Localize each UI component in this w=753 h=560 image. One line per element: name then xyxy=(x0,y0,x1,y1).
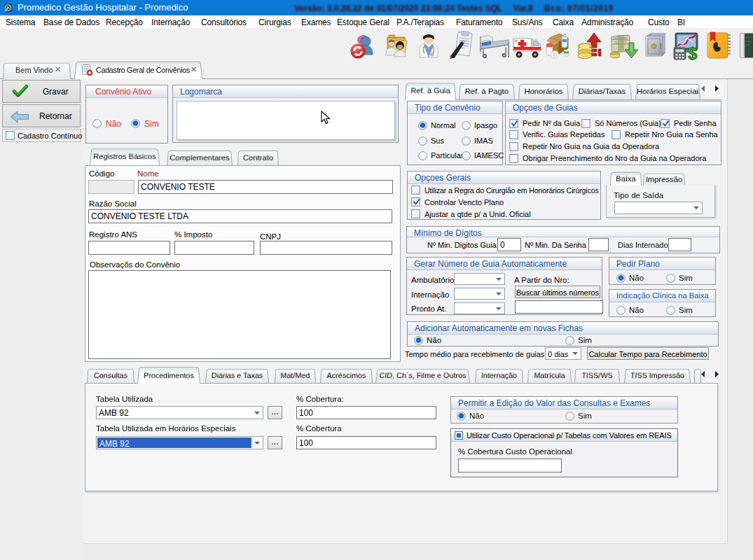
svg-text:$: $ xyxy=(688,44,698,60)
